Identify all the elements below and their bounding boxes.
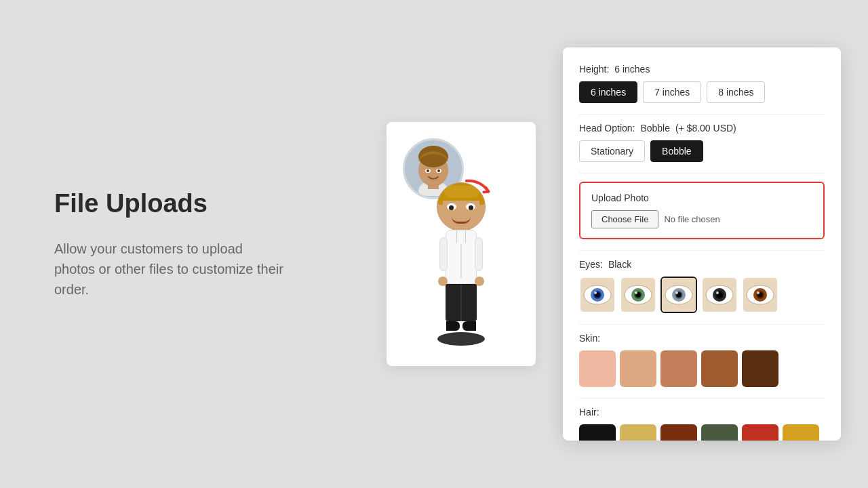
head-option-label: Head Option: Bobble (+ $8.00 USD) bbox=[579, 123, 825, 134]
product-card bbox=[387, 122, 536, 366]
height-btn-6[interactable]: 6 inches bbox=[579, 81, 637, 103]
height-section: Height: 6 inches 6 inches 7 inches 8 inc… bbox=[579, 64, 825, 103]
head-btn-bobble[interactable]: Bobble bbox=[650, 140, 703, 162]
hair-swatch-2[interactable] bbox=[620, 424, 656, 441]
head-btn-stationary[interactable]: Stationary bbox=[579, 140, 645, 162]
eye-svg-brown bbox=[743, 278, 777, 312]
eye-swatches bbox=[579, 277, 825, 313]
height-label: Height: 6 inches bbox=[579, 64, 825, 75]
hair-swatches bbox=[579, 424, 825, 441]
upload-section: Upload Photo Choose File No file chosen bbox=[579, 182, 825, 239]
svg-point-22 bbox=[635, 291, 637, 294]
svg-point-43 bbox=[757, 291, 760, 294]
hair-swatch-4[interactable] bbox=[701, 424, 738, 441]
head-options: Stationary Bobble bbox=[579, 140, 825, 162]
hair-swatch-3[interactable] bbox=[660, 424, 697, 441]
height-btn-7[interactable]: 7 inches bbox=[643, 81, 701, 103]
eyes-label: Eyes: Black bbox=[579, 259, 825, 270]
skin-swatch-2[interactable] bbox=[620, 350, 656, 387]
svg-point-29 bbox=[675, 291, 678, 294]
skin-swatches bbox=[579, 350, 825, 387]
skin-swatch-5[interactable] bbox=[742, 350, 778, 387]
height-options: 6 inches 7 inches 8 inches bbox=[579, 81, 825, 103]
eye-swatch-green[interactable] bbox=[620, 277, 656, 313]
no-file-text: No file chosen bbox=[664, 214, 719, 224]
divider-1 bbox=[579, 114, 825, 115]
eye-svg-green bbox=[621, 278, 655, 312]
upload-box: Upload Photo Choose File No file chosen bbox=[579, 182, 825, 239]
left-section: File Uploads Allow your customers to upl… bbox=[0, 148, 366, 340]
eye-swatch-brown[interactable] bbox=[742, 277, 778, 313]
skin-section: Skin: bbox=[579, 333, 825, 387]
eye-swatch-dark[interactable] bbox=[701, 277, 738, 313]
bobblehead-figure bbox=[437, 182, 486, 346]
svg-point-9 bbox=[437, 169, 440, 172]
divider-3 bbox=[579, 250, 825, 251]
file-input-row: Choose File No file chosen bbox=[591, 210, 812, 228]
divider-5 bbox=[579, 398, 825, 399]
svg-point-7 bbox=[427, 169, 429, 172]
bobblehead-base bbox=[437, 332, 485, 346]
product-illustration bbox=[366, 122, 556, 366]
page-description: Allow your customers to upload photos or… bbox=[54, 239, 285, 300]
hair-label: Hair: bbox=[579, 407, 825, 418]
eyes-section: Eyes: Black bbox=[579, 259, 825, 313]
divider-2 bbox=[579, 173, 825, 174]
svg-point-15 bbox=[594, 291, 597, 294]
eye-svg-blue bbox=[580, 278, 614, 312]
hair-swatch-1[interactable] bbox=[579, 424, 616, 441]
divider-4 bbox=[579, 324, 825, 325]
hair-swatch-5[interactable] bbox=[742, 424, 778, 441]
head-option-section: Head Option: Bobble (+ $8.00 USD) Statio… bbox=[579, 123, 825, 162]
skin-label: Skin: bbox=[579, 333, 825, 344]
right-panel: Height: 6 inches 6 inches 7 inches 8 inc… bbox=[563, 47, 841, 441]
skin-swatch-4[interactable] bbox=[701, 350, 738, 387]
skin-swatch-3[interactable] bbox=[660, 350, 697, 387]
upload-label: Upload Photo bbox=[591, 192, 812, 203]
hair-swatch-6[interactable] bbox=[783, 424, 819, 441]
choose-file-button[interactable]: Choose File bbox=[591, 210, 658, 228]
height-btn-8[interactable]: 8 inches bbox=[707, 81, 765, 103]
skin-swatch-1[interactable] bbox=[579, 350, 616, 387]
eye-svg-gray bbox=[662, 278, 696, 312]
eye-swatch-gray[interactable] bbox=[660, 277, 697, 313]
eye-swatch-blue[interactable] bbox=[579, 277, 616, 313]
svg-point-36 bbox=[716, 291, 719, 294]
page-title: File Uploads bbox=[54, 189, 326, 218]
hair-section: Hair: bbox=[579, 407, 825, 441]
eye-svg-dark bbox=[703, 278, 736, 312]
